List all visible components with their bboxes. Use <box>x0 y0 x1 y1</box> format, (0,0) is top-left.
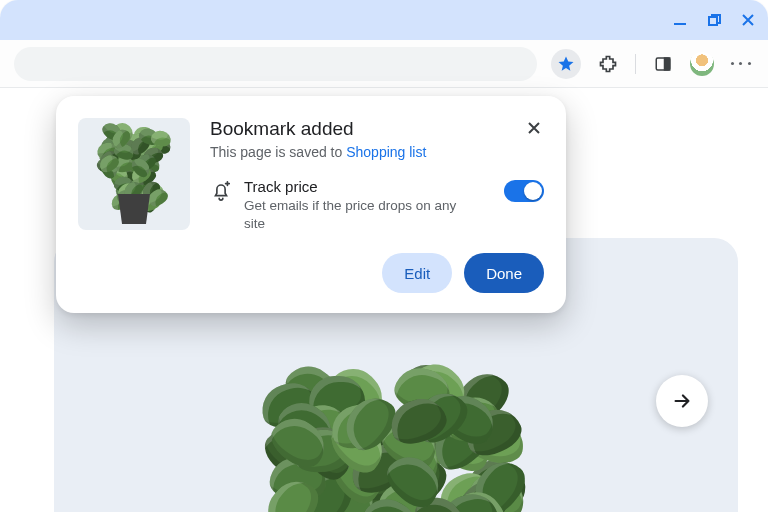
side-panel-icon[interactable] <box>650 51 676 77</box>
product-plant-image <box>186 298 606 512</box>
profile-avatar[interactable] <box>690 52 714 76</box>
popup-close-button[interactable] <box>522 116 546 140</box>
window-restore-icon[interactable] <box>706 12 722 28</box>
bookmark-star-button[interactable] <box>551 49 581 79</box>
track-price-description: Get emails if the price drops on any sit… <box>244 197 474 233</box>
svg-rect-1 <box>709 17 717 25</box>
edit-button[interactable]: Edit <box>382 253 452 293</box>
address-bar[interactable] <box>14 47 537 81</box>
popup-actions: Edit Done <box>210 253 544 293</box>
browser-menu-icon[interactable] <box>728 51 754 77</box>
popup-subtitle-text: This page is saved to <box>210 144 346 160</box>
track-price-title: Track price <box>244 178 492 195</box>
window-minimize-icon[interactable] <box>672 12 688 28</box>
window-close-icon[interactable] <box>740 12 756 28</box>
svg-rect-0 <box>674 23 686 25</box>
tab-strip <box>0 0 768 40</box>
track-price-row: Track price Get emails if the price drop… <box>210 178 544 233</box>
browser-window: Bookmark added This page is saved to Sho… <box>0 0 768 512</box>
done-button[interactable]: Done <box>464 253 544 293</box>
browser-toolbar <box>0 40 768 88</box>
track-price-toggle[interactable] <box>504 180 544 202</box>
bookmark-thumbnail <box>78 118 190 230</box>
svg-rect-3 <box>665 58 670 70</box>
carousel-next-button[interactable] <box>656 375 708 427</box>
bookmark-added-popup: Bookmark added This page is saved to Sho… <box>56 96 566 313</box>
popup-subtitle: This page is saved to Shopping list <box>210 144 544 160</box>
extensions-icon[interactable] <box>595 51 621 77</box>
toolbar-actions <box>537 49 754 79</box>
bell-plus-icon <box>210 180 232 206</box>
bookmark-folder-link[interactable]: Shopping list <box>346 144 426 160</box>
popup-title: Bookmark added <box>210 118 544 140</box>
toolbar-separator <box>635 54 636 74</box>
